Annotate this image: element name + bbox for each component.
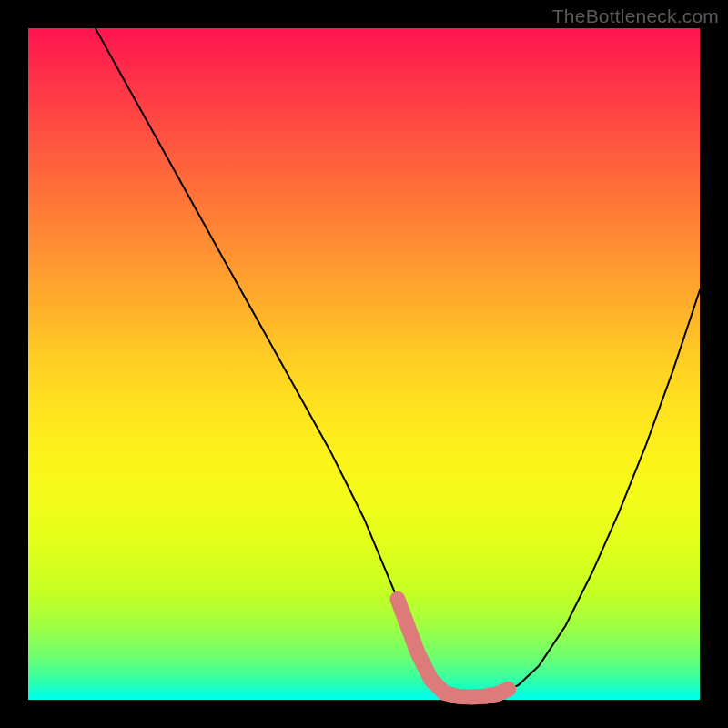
chart-frame: TheBottleneck.com xyxy=(0,0,728,728)
watermark-text: TheBottleneck.com xyxy=(552,5,719,27)
plot-svg xyxy=(28,28,700,700)
plot-area xyxy=(28,28,700,700)
bottom-highlight xyxy=(398,599,509,697)
